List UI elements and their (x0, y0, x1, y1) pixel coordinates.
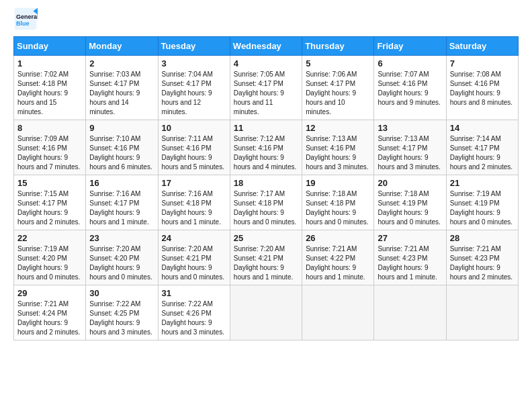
generalblue-logo-icon: General Blue (13, 7, 38, 31)
day-number: 8 (17, 123, 82, 133)
day-number: 17 (162, 178, 226, 188)
day-number: 12 (306, 123, 370, 133)
day-number: 16 (89, 178, 154, 188)
calendar-cell (302, 285, 374, 340)
calendar-cell: 28 Sunrise: 7:21 AM Sunset: 4:23 PM Dayl… (446, 230, 518, 285)
day-info: Sunrise: 7:13 AM Sunset: 4:16 PM Dayligh… (306, 135, 368, 171)
calendar-cell: 9 Sunrise: 7:10 AM Sunset: 4:16 PM Dayli… (86, 120, 158, 175)
calendar-cell: 26 Sunrise: 7:21 AM Sunset: 4:22 PM Dayl… (302, 230, 374, 285)
day-number: 10 (162, 123, 226, 133)
day-number: 19 (306, 178, 370, 188)
calendar-cell: 1 Sunrise: 7:02 AM Sunset: 4:18 PM Dayli… (14, 56, 86, 120)
calendar-cell: 4 Sunrise: 7:05 AM Sunset: 4:17 PM Dayli… (230, 56, 302, 120)
day-info: Sunrise: 7:21 AM Sunset: 4:24 PM Dayligh… (17, 300, 80, 336)
calendar-header-wednesday: Wednesday (230, 37, 302, 56)
calendar-cell: 14 Sunrise: 7:14 AM Sunset: 4:17 PM Dayl… (446, 120, 518, 175)
calendar-cell: 16 Sunrise: 7:16 AM Sunset: 4:17 PM Dayl… (86, 175, 158, 230)
day-number: 24 (162, 233, 226, 243)
calendar-cell: 12 Sunrise: 7:13 AM Sunset: 4:16 PM Dayl… (302, 120, 374, 175)
day-number: 9 (89, 123, 154, 133)
calendar-cell (230, 285, 302, 340)
calendar-cell: 23 Sunrise: 7:20 AM Sunset: 4:20 PM Dayl… (86, 230, 158, 285)
calendar-cell (446, 285, 518, 340)
day-info: Sunrise: 7:04 AM Sunset: 4:17 PM Dayligh… (162, 71, 213, 116)
day-info: Sunrise: 7:13 AM Sunset: 4:17 PM Dayligh… (378, 135, 440, 171)
day-number: 30 (89, 288, 154, 298)
day-info: Sunrise: 7:21 AM Sunset: 4:23 PM Dayligh… (378, 245, 437, 281)
calendar-cell: 30 Sunrise: 7:22 AM Sunset: 4:25 PM Dayl… (86, 285, 158, 340)
day-number: 1 (17, 58, 82, 68)
calendar-header-row: SundayMondayTuesdayWednesdayThursdayFrid… (14, 37, 519, 56)
day-number: 28 (450, 233, 515, 243)
day-number: 20 (378, 178, 442, 188)
calendar-header-monday: Monday (86, 37, 158, 56)
calendar-cell: 8 Sunrise: 7:09 AM Sunset: 4:16 PM Dayli… (14, 120, 86, 175)
svg-text:General: General (16, 13, 38, 20)
day-info: Sunrise: 7:20 AM Sunset: 4:20 PM Dayligh… (89, 245, 152, 281)
calendar-cell: 6 Sunrise: 7:07 AM Sunset: 4:16 PM Dayli… (374, 56, 446, 120)
calendar-cell: 13 Sunrise: 7:13 AM Sunset: 4:17 PM Dayl… (374, 120, 446, 175)
page: General Blue SundayMondayTuesdayWednesda… (0, 0, 532, 347)
day-info: Sunrise: 7:20 AM Sunset: 4:21 PM Dayligh… (162, 245, 224, 281)
calendar-header-saturday: Saturday (446, 37, 518, 56)
day-info: Sunrise: 7:16 AM Sunset: 4:17 PM Dayligh… (89, 190, 148, 226)
day-info: Sunrise: 7:15 AM Sunset: 4:17 PM Dayligh… (17, 190, 80, 226)
day-number: 4 (234, 58, 298, 68)
calendar-cell: 11 Sunrise: 7:12 AM Sunset: 4:16 PM Dayl… (230, 120, 302, 175)
day-number: 25 (234, 233, 298, 243)
calendar-row-1: 8 Sunrise: 7:09 AM Sunset: 4:16 PM Dayli… (14, 120, 519, 175)
calendar-cell: 18 Sunrise: 7:17 AM Sunset: 4:18 PM Dayl… (230, 175, 302, 230)
calendar-header-friday: Friday (374, 37, 446, 56)
calendar-row-4: 29 Sunrise: 7:21 AM Sunset: 4:24 PM Dayl… (14, 285, 519, 340)
day-number: 27 (378, 233, 442, 243)
calendar-header-tuesday: Tuesday (158, 37, 230, 56)
day-info: Sunrise: 7:22 AM Sunset: 4:25 PM Dayligh… (89, 300, 152, 336)
day-info: Sunrise: 7:11 AM Sunset: 4:16 PM Dayligh… (162, 135, 224, 171)
day-info: Sunrise: 7:22 AM Sunset: 4:26 PM Dayligh… (162, 300, 224, 336)
day-number: 13 (378, 123, 442, 133)
calendar-cell: 7 Sunrise: 7:08 AM Sunset: 4:16 PM Dayli… (446, 56, 518, 120)
calendar-cell: 21 Sunrise: 7:19 AM Sunset: 4:19 PM Dayl… (446, 175, 518, 230)
day-info: Sunrise: 7:06 AM Sunset: 4:17 PM Dayligh… (306, 71, 357, 116)
calendar-cell: 19 Sunrise: 7:18 AM Sunset: 4:18 PM Dayl… (302, 175, 374, 230)
day-number: 23 (89, 233, 154, 243)
day-info: Sunrise: 7:19 AM Sunset: 4:20 PM Dayligh… (17, 245, 80, 281)
calendar-row-2: 15 Sunrise: 7:15 AM Sunset: 4:17 PM Dayl… (14, 175, 519, 230)
day-info: Sunrise: 7:16 AM Sunset: 4:18 PM Dayligh… (162, 190, 221, 226)
calendar-body: 1 Sunrise: 7:02 AM Sunset: 4:18 PM Dayli… (14, 56, 519, 340)
calendar-cell: 22 Sunrise: 7:19 AM Sunset: 4:20 PM Dayl… (14, 230, 86, 285)
day-number: 7 (450, 58, 515, 68)
day-info: Sunrise: 7:21 AM Sunset: 4:23 PM Dayligh… (450, 245, 513, 281)
day-info: Sunrise: 7:09 AM Sunset: 4:16 PM Dayligh… (17, 135, 80, 171)
calendar-cell: 5 Sunrise: 7:06 AM Sunset: 4:17 PM Dayli… (302, 56, 374, 120)
calendar-cell: 2 Sunrise: 7:03 AM Sunset: 4:17 PM Dayli… (86, 56, 158, 120)
calendar-cell: 27 Sunrise: 7:21 AM Sunset: 4:23 PM Dayl… (374, 230, 446, 285)
calendar-table: SundayMondayTuesdayWednesdayThursdayFrid… (13, 36, 519, 340)
day-number: 21 (450, 178, 515, 188)
day-info: Sunrise: 7:05 AM Sunset: 4:17 PM Dayligh… (234, 71, 285, 116)
day-number: 3 (162, 58, 226, 68)
day-number: 5 (306, 58, 370, 68)
day-info: Sunrise: 7:18 AM Sunset: 4:18 PM Dayligh… (306, 190, 368, 226)
calendar-cell (374, 285, 446, 340)
day-info: Sunrise: 7:14 AM Sunset: 4:17 PM Dayligh… (450, 135, 513, 171)
day-number: 31 (162, 288, 226, 298)
calendar-cell: 20 Sunrise: 7:18 AM Sunset: 4:19 PM Dayl… (374, 175, 446, 230)
day-info: Sunrise: 7:08 AM Sunset: 4:16 PM Dayligh… (450, 71, 513, 106)
calendar-cell: 31 Sunrise: 7:22 AM Sunset: 4:26 PM Dayl… (158, 285, 230, 340)
calendar-header-thursday: Thursday (302, 37, 374, 56)
calendar-cell: 3 Sunrise: 7:04 AM Sunset: 4:17 PM Dayli… (158, 56, 230, 120)
day-number: 22 (17, 233, 82, 243)
calendar-cell: 15 Sunrise: 7:15 AM Sunset: 4:17 PM Dayl… (14, 175, 86, 230)
calendar-cell: 10 Sunrise: 7:11 AM Sunset: 4:16 PM Dayl… (158, 120, 230, 175)
day-info: Sunrise: 7:17 AM Sunset: 4:18 PM Dayligh… (234, 190, 296, 226)
day-number: 18 (234, 178, 298, 188)
header: General Blue (13, 7, 519, 31)
calendar-cell: 25 Sunrise: 7:20 AM Sunset: 4:21 PM Dayl… (230, 230, 302, 285)
day-number: 14 (450, 123, 515, 133)
day-number: 26 (306, 233, 370, 243)
calendar-cell: 24 Sunrise: 7:20 AM Sunset: 4:21 PM Dayl… (158, 230, 230, 285)
day-number: 15 (17, 178, 82, 188)
day-info: Sunrise: 7:07 AM Sunset: 4:16 PM Dayligh… (378, 71, 440, 106)
day-info: Sunrise: 7:20 AM Sunset: 4:21 PM Dayligh… (234, 245, 293, 281)
